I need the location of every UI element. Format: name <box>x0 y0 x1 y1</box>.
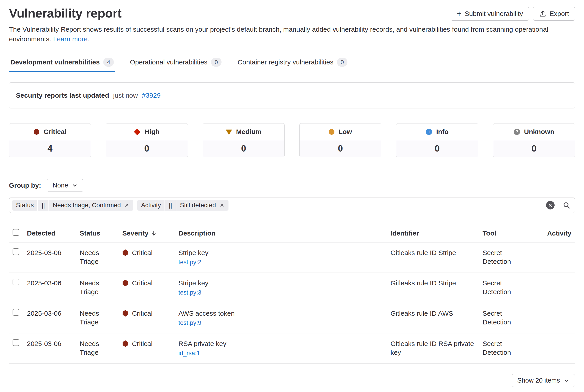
severity-card-count: 0 <box>106 140 187 157</box>
vulnerability-title-link[interactable]: RSA private key <box>178 339 383 348</box>
activity-cell <box>532 242 575 273</box>
severity-card-label: Info <box>436 128 449 136</box>
severity-medium-icon <box>226 130 232 135</box>
severity-summary: Critical 4 High 0 Medium 0 Low 0 <box>9 123 575 158</box>
filter-token-name[interactable]: Activity <box>137 200 164 210</box>
vulnerability-row: 2025-03-06 Needs Triage Critical AWS acc… <box>9 303 575 334</box>
severity-card-label: Medium <box>236 128 261 136</box>
banner-time: just now <box>113 92 138 99</box>
severity-critical-icon <box>33 129 39 135</box>
row-checkbox[interactable] <box>12 339 19 346</box>
filter-token-value[interactable]: Still detected <box>176 200 228 210</box>
learn-more-link[interactable]: Learn more. <box>53 35 89 43</box>
severity-card-count: 0 <box>493 140 575 157</box>
tab-label: Development vulnerabilities <box>10 58 100 66</box>
export-icon <box>539 10 546 17</box>
location-link[interactable]: id_rsa:1 <box>178 349 200 358</box>
identifier-value: Gitleaks rule ID RSA private key <box>387 334 479 364</box>
export-button[interactable]: Export <box>533 7 575 21</box>
page-title: Vulnerability report <box>9 6 121 20</box>
severity-critical-icon <box>122 310 128 316</box>
tab-development-vulnerabilities[interactable]: Development vulnerabilities 4 <box>9 54 115 72</box>
location-link[interactable]: test.py:9 <box>178 318 201 327</box>
severity-value: Critical <box>132 309 153 318</box>
column-header-tool: Tool <box>479 225 532 242</box>
chevron-down-icon <box>564 378 570 384</box>
sort-descending-icon <box>151 230 157 236</box>
submit-vulnerability-button[interactable]: + Submit vulnerability <box>451 7 529 21</box>
tab-count-badge: 0 <box>337 58 347 67</box>
show-items-dropdown[interactable]: Show 20 items <box>512 374 575 387</box>
filter-token-name[interactable]: Status <box>12 200 37 210</box>
report-tabs: Development vulnerabilities 4 Operationa… <box>9 54 575 72</box>
filtered-search-bar: Status || Needs triage, Confirmed Activi… <box>9 198 575 213</box>
identifier-value: Gitleaks rule ID AWS <box>387 303 479 334</box>
remove-token-icon[interactable] <box>219 202 225 208</box>
page-header: Vulnerability report + Submit vulnerabil… <box>9 4 575 24</box>
severity-card-label: Unknown <box>524 128 554 136</box>
description-text: The Vulnerability Report shows results o… <box>9 26 548 43</box>
status-value: Needs Triage <box>76 273 119 303</box>
group-by-dropdown[interactable]: None <box>47 179 83 192</box>
identifier-value: Gitleaks rule ID Stripe <box>387 242 479 273</box>
severity-card-count: 0 <box>203 140 284 157</box>
filter-token-operator[interactable]: || <box>165 200 176 210</box>
detected-date: 2025-03-06 <box>23 303 76 334</box>
severity-critical-icon <box>122 250 128 256</box>
tab-label: Operational vulnerabilities <box>130 58 207 66</box>
location-link[interactable]: test.py:2 <box>178 258 201 267</box>
search-icon <box>563 202 570 209</box>
vulnerability-title-link[interactable]: AWS access token <box>178 309 383 318</box>
column-header-description: Description <box>175 225 387 242</box>
search-button[interactable] <box>558 198 575 212</box>
security-reports-updated-banner: Security reports last updated just now #… <box>9 82 575 108</box>
table-footer: Show 20 items <box>9 364 575 387</box>
column-header-identifier: Identifier <box>387 225 479 242</box>
filter-token-value[interactable]: Needs triage, Confirmed <box>49 200 133 210</box>
row-checkbox[interactable] <box>12 278 19 285</box>
severity-card-count: 0 <box>300 140 381 157</box>
plus-icon: + <box>457 10 462 17</box>
status-value: Needs Triage <box>76 334 119 364</box>
severity-critical-icon <box>122 280 128 286</box>
column-header-status: Status <box>76 225 119 242</box>
identifier-value: Gitleaks rule ID Stripe <box>387 273 479 303</box>
table-header-row: Detected Status Severity Description Ide… <box>9 225 575 242</box>
tab-container-registry-vulnerabilities[interactable]: Container registry vulnerabilities 0 <box>236 54 349 72</box>
tab-label: Container registry vulnerabilities <box>238 58 334 66</box>
severity-card-low: Low 0 <box>299 123 381 158</box>
vulnerability-title-link[interactable]: Stripe key <box>178 248 383 257</box>
vulnerability-title-link[interactable]: Stripe key <box>178 278 383 288</box>
banner-label: Security reports last updated <box>16 92 109 99</box>
severity-card-label: High <box>144 128 160 136</box>
column-header-severity-sort[interactable]: Severity <box>122 230 157 237</box>
tab-operational-vulnerabilities[interactable]: Operational vulnerabilities 0 <box>129 54 223 72</box>
group-by-value: None <box>52 182 68 189</box>
column-header-activity: Activity <box>532 225 575 242</box>
vulnerability-row: 2025-03-06 Needs Triage Critical Stripe … <box>9 273 575 303</box>
row-checkbox[interactable] <box>12 248 19 255</box>
tool-value: Secret Detection <box>479 303 532 334</box>
column-header-detected: Detected <box>23 225 76 242</box>
chevron-down-icon <box>72 182 78 188</box>
row-checkbox[interactable] <box>12 309 19 316</box>
severity-card-label: Critical <box>43 128 66 136</box>
pipeline-link[interactable]: #3929 <box>142 92 160 99</box>
activity-cell <box>532 303 575 334</box>
header-actions: + Submit vulnerability Export <box>451 7 575 21</box>
status-value: Needs Triage <box>76 303 119 334</box>
remove-token-icon[interactable] <box>124 202 130 208</box>
tool-value: Secret Detection <box>479 273 532 303</box>
detected-date: 2025-03-06 <box>23 273 76 303</box>
severity-card-label: Low <box>338 128 352 136</box>
tab-count-badge: 4 <box>103 58 113 67</box>
filtered-search-input[interactable]: Status || Needs triage, Confirmed Activi… <box>9 198 558 212</box>
severity-value: Critical <box>132 339 153 348</box>
location-link[interactable]: test.py:3 <box>178 288 201 297</box>
status-value: Needs Triage <box>76 242 119 273</box>
select-all-checkbox[interactable] <box>12 229 19 236</box>
clear-filters-icon[interactable] <box>546 201 555 210</box>
detected-date: 2025-03-06 <box>23 242 76 273</box>
filter-token-activity: Activity || Still detected <box>137 200 228 210</box>
filter-token-operator[interactable]: || <box>38 200 48 210</box>
